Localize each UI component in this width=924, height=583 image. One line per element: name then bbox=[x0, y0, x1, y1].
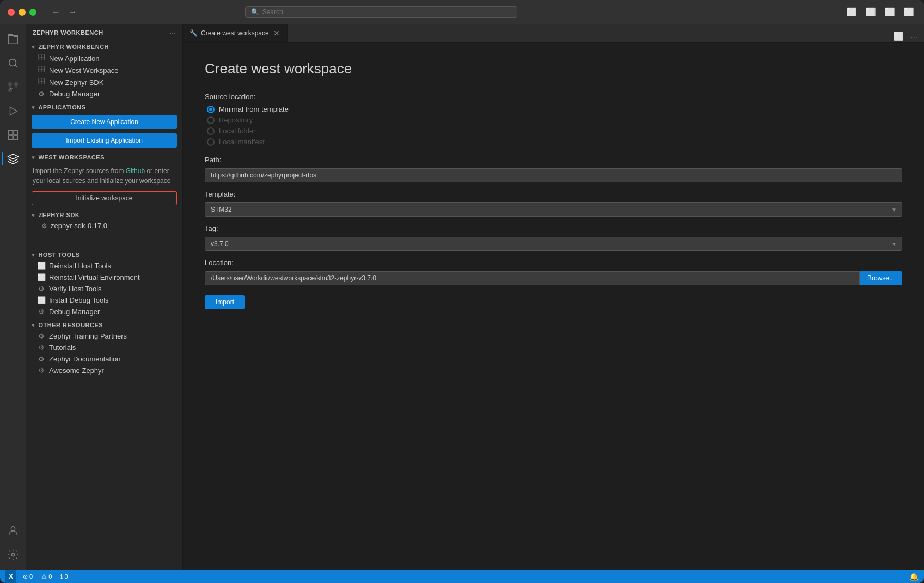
sidebar-item-new-west-workspace[interactable]: New West Workspace bbox=[26, 64, 182, 76]
svg-point-4 bbox=[9, 89, 11, 91]
radio-local-manifest[interactable]: Local manifest bbox=[207, 138, 902, 146]
install-debug-label: Install Debug Tools bbox=[49, 296, 178, 304]
back-button[interactable]: ← bbox=[50, 7, 63, 17]
sidebar-item-verify-host-tools[interactable]: ⚙ Verify Host Tools bbox=[26, 283, 182, 294]
radio-dot-repository bbox=[207, 116, 215, 124]
info-status[interactable]: ℹ 0 bbox=[58, 570, 70, 583]
settings-activity-icon[interactable] bbox=[2, 544, 24, 566]
sidebar-item-training-partners[interactable]: ⚙ Zephyr Training Partners bbox=[26, 330, 182, 342]
path-input[interactable] bbox=[205, 168, 902, 182]
reinstall-host-label: Reinstall Host Tools bbox=[49, 262, 178, 270]
sidebar-item-awesome-zephyr[interactable]: ⚙ Awesome Zephyr bbox=[26, 365, 182, 376]
tab-create-west-workspace[interactable]: 🔧 Create west workspace ✕ bbox=[183, 24, 288, 42]
chevron-down-icon: ▼ bbox=[30, 212, 36, 218]
tab-label: Create west workspace bbox=[201, 29, 269, 37]
radio-dot-minimal bbox=[207, 106, 215, 113]
search-input[interactable] bbox=[262, 8, 511, 16]
verify-host-label: Verify Host Tools bbox=[49, 285, 178, 293]
section-zephyr-workbench[interactable]: ▼ ZEPHYR WORKBENCH bbox=[26, 41, 182, 52]
location-input-group: Browse... bbox=[205, 271, 902, 285]
github-link[interactable]: Github bbox=[126, 167, 145, 175]
info-count: ℹ 0 bbox=[60, 573, 68, 580]
activity-bar bbox=[0, 24, 26, 570]
panel-layout-icon[interactable]: ⬜ bbox=[883, 6, 897, 18]
svg-rect-6 bbox=[8, 131, 12, 134]
section-applications[interactable]: ▼ APPLICATIONS bbox=[26, 102, 182, 113]
tag-row: Tag: v3.7.0 v3.6.0 v3.5.0 ▼ bbox=[205, 224, 902, 251]
radio-repository[interactable]: Repository bbox=[207, 116, 902, 124]
run-debug-activity-icon[interactable] bbox=[2, 100, 24, 122]
titlebar: ← → 🔍 ⬜ ⬜ ⬜ ⬜ bbox=[0, 0, 924, 24]
sidebar-toggle-icon[interactable]: ⬜ bbox=[845, 6, 859, 18]
sidebar-item-debug-manager-host[interactable]: ⚙ Debug Manager bbox=[26, 306, 182, 317]
editor-layout-icon[interactable]: ⬜ bbox=[864, 6, 878, 18]
traffic-lights bbox=[8, 9, 36, 16]
sidebar-more-icon[interactable]: ··· bbox=[169, 28, 176, 37]
tab-close-button[interactable]: ✕ bbox=[272, 29, 281, 37]
status-bar: X ⊘ 0 ⚠ 0 ℹ 0 🔔 bbox=[0, 570, 924, 583]
bell-notification-icon[interactable]: 🔔 bbox=[909, 572, 919, 581]
customize-icon[interactable]: ⬜ bbox=[902, 6, 916, 18]
nav-buttons: ← → bbox=[50, 7, 79, 17]
source-control-activity-icon[interactable] bbox=[2, 76, 24, 98]
zephyr-status-icon[interactable]: X bbox=[5, 570, 16, 583]
sdk-item-zephyr-sdk[interactable]: ⚙ zephyr-sdk-0.17.0 bbox=[26, 220, 182, 231]
chevron-down-icon: ▼ bbox=[30, 155, 36, 161]
section-other-resources[interactable]: ▼ OTHER RESOURCES bbox=[26, 320, 182, 330]
svg-line-1 bbox=[15, 65, 17, 67]
warnings-status[interactable]: ⚠ 0 bbox=[39, 570, 54, 583]
template-select[interactable]: STM32 nRF52 ESP32 bbox=[205, 202, 902, 217]
debug-manager-host-label: Debug Manager bbox=[49, 308, 178, 316]
debug-manager-label: Debug Manager bbox=[49, 90, 178, 98]
import-button[interactable]: Import bbox=[205, 295, 245, 309]
radio-minimal-template[interactable]: Minimal from template bbox=[207, 105, 902, 113]
tag-select[interactable]: v3.7.0 v3.6.0 v3.5.0 bbox=[205, 237, 902, 251]
zephyr-activity-icon[interactable] bbox=[2, 148, 24, 170]
sidebar-item-reinstall-host-tools[interactable]: ⬜ Reinstall Host Tools bbox=[26, 260, 182, 272]
tab-more-icon[interactable]: ··· bbox=[908, 31, 920, 42]
forward-button[interactable]: → bbox=[66, 7, 79, 17]
search-activity-icon[interactable] bbox=[2, 52, 24, 74]
app-window: ← → 🔍 ⬜ ⬜ ⬜ ⬜ bbox=[0, 0, 924, 583]
section-host-tools[interactable]: ▼ HOST TOOLS bbox=[26, 249, 182, 260]
import-existing-application-button[interactable]: Import Existing Application bbox=[32, 133, 177, 148]
svg-point-11 bbox=[11, 553, 15, 556]
browse-button[interactable]: Browse... bbox=[860, 271, 902, 285]
radio-dot-local-folder bbox=[207, 127, 215, 135]
files-activity-icon[interactable] bbox=[2, 28, 24, 50]
sidebar-item-new-zephyr-sdk[interactable]: New Zephyr SDK bbox=[26, 76, 182, 88]
account-activity-icon[interactable] bbox=[2, 520, 24, 542]
location-input[interactable] bbox=[205, 271, 860, 285]
initialize-workspace-button[interactable]: Initialize workspace bbox=[32, 191, 177, 205]
sidebar-item-new-application[interactable]: New Application bbox=[26, 52, 182, 64]
svg-point-2 bbox=[9, 83, 11, 85]
section-west-workspaces[interactable]: ▼ WEST WORKSPACES bbox=[26, 152, 182, 163]
radio-local-folder[interactable]: Local folder bbox=[207, 127, 902, 135]
fullscreen-button[interactable] bbox=[29, 9, 36, 16]
svg-rect-8 bbox=[8, 136, 12, 139]
template-select-wrapper: STM32 nRF52 ESP32 ▼ bbox=[205, 202, 902, 217]
west-workspace-description: Import the Zephyr sources from Github or… bbox=[26, 163, 182, 189]
radio-label-repository: Repository bbox=[219, 116, 253, 124]
west-workspaces-section-label: WEST WORKSPACES bbox=[38, 154, 105, 161]
tag-select-wrapper: v3.7.0 v3.6.0 v3.5.0 ▼ bbox=[205, 237, 902, 251]
errors-status[interactable]: ⊘ 0 bbox=[21, 570, 35, 583]
section-zephyr-sdk[interactable]: ▼ ZEPHYR SDK bbox=[26, 210, 182, 220]
svg-point-3 bbox=[15, 83, 17, 85]
search-icon: 🔍 bbox=[251, 8, 259, 16]
training-icon: ⚙ bbox=[37, 332, 46, 340]
close-button[interactable] bbox=[8, 9, 15, 16]
minimize-button[interactable] bbox=[19, 9, 26, 16]
training-partners-label: Zephyr Training Partners bbox=[49, 332, 178, 340]
sidebar-item-zephyr-docs[interactable]: ⚙ Zephyr Documentation bbox=[26, 353, 182, 365]
radio-dot-local-manifest bbox=[207, 138, 215, 146]
create-new-application-button[interactable]: Create New Application bbox=[32, 115, 177, 129]
split-editor-icon[interactable]: ⬜ bbox=[891, 30, 906, 42]
extensions-activity-icon[interactable] bbox=[2, 124, 24, 146]
sidebar-item-install-debug-tools[interactable]: ⬜ Install Debug Tools bbox=[26, 294, 182, 306]
sidebar-item-tutorials[interactable]: ⚙ Tutorials bbox=[26, 342, 182, 353]
sidebar-item-debug-manager[interactable]: ⚙ Debug Manager bbox=[26, 88, 182, 100]
content-area: Create west workspace Source location: M… bbox=[183, 43, 924, 570]
sidebar-item-reinstall-venv[interactable]: ⬜ Reinstall Virtual Environment bbox=[26, 272, 182, 283]
search-bar[interactable]: 🔍 bbox=[245, 6, 517, 18]
